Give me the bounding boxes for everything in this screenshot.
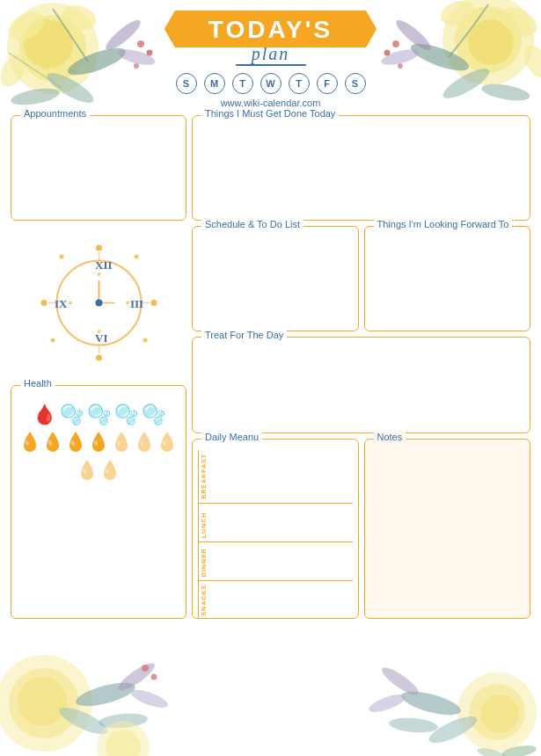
- svg-point-53: [150, 300, 157, 306]
- schedule-box: Schedule & To Do List: [192, 226, 359, 331]
- notes-box: Notes: [364, 439, 531, 619]
- drop-4: 🫧: [114, 403, 138, 426]
- dinner-row: DINNER: [198, 542, 353, 581]
- svg-text:III: III: [130, 297, 143, 310]
- main-grid: Appountments: [0, 112, 541, 626]
- looking-forward-label: Things I'm Looking Forward To: [374, 219, 513, 229]
- daily-menu-box: Daily Meanu BREAKFAST LUNCH DINNER: [192, 439, 359, 619]
- drop-5: 🫧: [142, 403, 165, 426]
- daily-menu-label: Daily Meanu: [201, 432, 262, 442]
- svg-point-70: [126, 302, 129, 305]
- lunch-row: LUNCH: [198, 504, 353, 542]
- snacks-row: SNACKS: [198, 581, 353, 620]
- day-sun[interactable]: S: [176, 73, 197, 94]
- water-drop-8: [77, 458, 97, 483]
- schedule-label: Schedule & To Do List: [201, 219, 303, 229]
- health-box: Health 🩸 🫧 🫧 🫧 🫧: [11, 385, 186, 619]
- day-sat[interactable]: S: [345, 73, 366, 94]
- svg-point-69: [69, 302, 72, 305]
- day-fri[interactable]: F: [317, 73, 338, 94]
- svg-point-57: [143, 338, 147, 343]
- right-column: Things I Must Get Done Today Schedule & …: [192, 115, 530, 619]
- breakfast-label: BREAKFAST: [198, 450, 208, 503]
- water-drop-5: [112, 430, 131, 454]
- water-drop-6: [135, 430, 154, 454]
- must-do-label: Things I Must Get Done Today: [201, 108, 339, 119]
- middle-row: Schedule & To Do List Things I'm Looking…: [192, 226, 530, 331]
- snacks-label: SNACKS: [198, 581, 208, 620]
- clock-area: XII VI IX III: [11, 226, 186, 380]
- water-drops: 🩸 🫧 🫧 🫧 🫧: [17, 400, 180, 430]
- day-thu[interactable]: T: [289, 73, 310, 94]
- lunch-label: LUNCH: [198, 504, 208, 542]
- water-drop-9: [100, 458, 120, 483]
- svg-text:VI: VI: [95, 331, 107, 345]
- water-drop-orange: [20, 430, 40, 454]
- drop-3: 🫧: [87, 403, 111, 426]
- treat-label: Treat For The Day: [201, 330, 287, 340]
- svg-point-67: [97, 273, 100, 276]
- svg-point-51: [96, 355, 102, 361]
- days-row: S M T W T F S: [0, 73, 541, 94]
- day-mon[interactable]: M: [204, 73, 225, 94]
- svg-point-55: [134, 255, 138, 259]
- water-drop-3: [66, 430, 85, 454]
- banner-text: TODAY'S: [208, 16, 333, 43]
- appointments-label: Appountments: [20, 108, 90, 119]
- day-wed[interactable]: W: [260, 73, 281, 94]
- svg-point-73: [95, 300, 102, 307]
- svg-point-68: [97, 330, 100, 333]
- header: TODAY'S plan S M T W T F S www.wiki-cale…: [0, 0, 541, 108]
- looking-forward-box: Things I'm Looking Forward To: [364, 226, 531, 331]
- clock-svg: XII VI IX III: [35, 239, 163, 367]
- notes-label: Notes: [374, 432, 406, 442]
- svg-point-52: [40, 300, 47, 306]
- dinner-label: DINNER: [198, 542, 208, 580]
- banner: TODAY'S: [164, 11, 377, 47]
- bottom-row: Daily Meanu BREAKFAST LUNCH DINNER: [192, 439, 530, 619]
- treat-box: Treat For The Day: [192, 337, 530, 433]
- water-drop-2: [43, 430, 62, 454]
- breakfast-row: BREAKFAST: [198, 450, 353, 504]
- drop-2: 🫧: [60, 403, 84, 426]
- water-drop-4: [89, 430, 108, 454]
- svg-point-56: [50, 338, 55, 343]
- svg-point-50: [96, 245, 102, 251]
- drop-1: 🩸: [33, 403, 56, 426]
- health-label: Health: [20, 378, 55, 389]
- svg-point-54: [59, 255, 63, 259]
- svg-text:IX: IX: [55, 297, 68, 310]
- appointments-box: Appountments: [11, 115, 186, 221]
- left-column: Appountments: [11, 115, 186, 619]
- website-link[interactable]: www.wiki-calendar.com: [0, 98, 541, 108]
- day-tue[interactable]: T: [232, 73, 253, 94]
- must-do-box: Things I Must Get Done Today: [192, 115, 530, 221]
- svg-text:XII: XII: [95, 258, 113, 272]
- water-drop-7: [157, 430, 177, 454]
- menu-rows: BREAKFAST LUNCH DINNER SNACKS: [198, 450, 353, 620]
